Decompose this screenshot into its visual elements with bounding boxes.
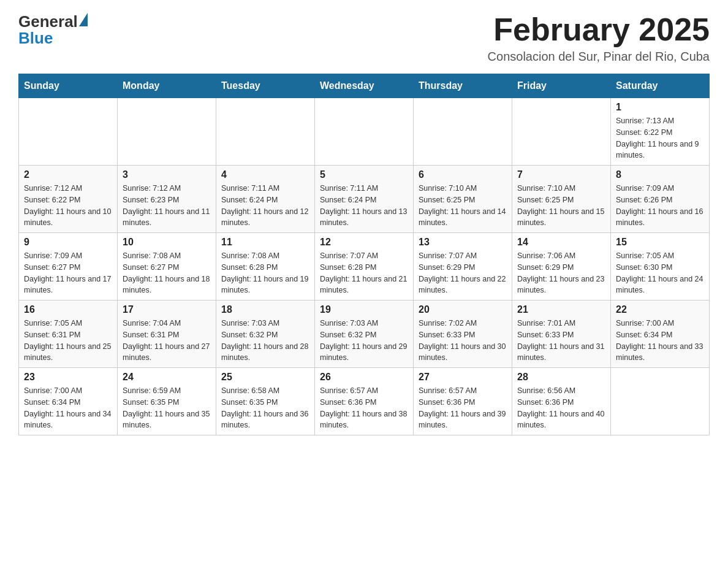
calendar-cell: [315, 98, 414, 166]
calendar-cell: 3Sunrise: 7:12 AMSunset: 6:23 PMDaylight…: [118, 166, 216, 233]
calendar-cell: 11Sunrise: 7:08 AMSunset: 6:28 PMDayligh…: [216, 233, 315, 301]
calendar-cell: 28Sunrise: 6:56 AMSunset: 6:36 PMDayligh…: [512, 368, 611, 435]
day-info: Sunrise: 7:04 AMSunset: 6:31 PMDaylight:…: [123, 318, 211, 364]
calendar-cell: 18Sunrise: 7:03 AMSunset: 6:32 PMDayligh…: [216, 301, 315, 368]
day-info: Sunrise: 7:08 AMSunset: 6:28 PMDaylight:…: [221, 250, 309, 296]
day-info: Sunrise: 7:01 AMSunset: 6:33 PMDaylight:…: [517, 318, 605, 364]
day-info: Sunrise: 7:11 AMSunset: 6:24 PMDaylight:…: [221, 183, 309, 229]
day-info: Sunrise: 7:07 AMSunset: 6:28 PMDaylight:…: [320, 250, 408, 296]
day-info: Sunrise: 7:09 AMSunset: 6:27 PMDaylight:…: [24, 250, 112, 296]
calendar-header: SundayMondayTuesdayWednesdayThursdayFrid…: [19, 74, 710, 98]
day-number: 21: [517, 304, 605, 315]
calendar-cell: [19, 98, 118, 166]
location-subtitle: Consolacion del Sur, Pinar del Rio, Cuba: [488, 50, 710, 64]
day-info: Sunrise: 7:11 AMSunset: 6:24 PMDaylight:…: [320, 183, 408, 229]
calendar-cell: 25Sunrise: 6:58 AMSunset: 6:35 PMDayligh…: [216, 368, 315, 435]
day-number: 6: [419, 169, 507, 180]
day-info: Sunrise: 7:09 AMSunset: 6:26 PMDaylight:…: [616, 183, 704, 229]
weekday-header-wednesday: Wednesday: [315, 74, 414, 98]
day-info: Sunrise: 7:12 AMSunset: 6:22 PMDaylight:…: [24, 183, 112, 229]
day-number: 5: [320, 169, 408, 180]
day-info: Sunrise: 7:05 AMSunset: 6:30 PMDaylight:…: [616, 250, 704, 296]
logo-blue-text: Blue: [18, 29, 53, 48]
day-number: 13: [419, 237, 507, 248]
weekday-header-friday: Friday: [512, 74, 611, 98]
month-title: February 2025: [488, 12, 710, 47]
calendar-body: 1Sunrise: 7:13 AMSunset: 6:22 PMDaylight…: [19, 98, 710, 435]
calendar-table: SundayMondayTuesdayWednesdayThursdayFrid…: [18, 74, 710, 435]
calendar-cell: 23Sunrise: 7:00 AMSunset: 6:34 PMDayligh…: [19, 368, 118, 435]
day-number: 17: [123, 304, 211, 315]
day-info: Sunrise: 6:57 AMSunset: 6:36 PMDaylight:…: [419, 385, 507, 431]
day-number: 28: [517, 372, 605, 383]
day-number: 18: [221, 304, 309, 315]
day-number: 15: [616, 237, 704, 248]
day-number: 8: [616, 169, 704, 180]
day-info: Sunrise: 7:07 AMSunset: 6:29 PMDaylight:…: [419, 250, 507, 296]
calendar-cell: 22Sunrise: 7:00 AMSunset: 6:34 PMDayligh…: [611, 301, 710, 368]
day-number: 27: [419, 372, 507, 383]
day-number: 20: [419, 304, 507, 315]
day-info: Sunrise: 7:12 AMSunset: 6:23 PMDaylight:…: [123, 183, 211, 229]
day-info: Sunrise: 7:00 AMSunset: 6:34 PMDaylight:…: [616, 318, 704, 364]
day-info: Sunrise: 7:10 AMSunset: 6:25 PMDaylight:…: [419, 183, 507, 229]
calendar-cell: [118, 98, 216, 166]
calendar-cell: 15Sunrise: 7:05 AMSunset: 6:30 PMDayligh…: [611, 233, 710, 301]
weekday-header-row: SundayMondayTuesdayWednesdayThursdayFrid…: [19, 74, 710, 98]
calendar-cell: 10Sunrise: 7:08 AMSunset: 6:27 PMDayligh…: [118, 233, 216, 301]
calendar-cell: 5Sunrise: 7:11 AMSunset: 6:24 PMDaylight…: [315, 166, 414, 233]
calendar-cell: [512, 98, 611, 166]
calendar-cell: 8Sunrise: 7:09 AMSunset: 6:26 PMDaylight…: [611, 166, 710, 233]
calendar-cell: 4Sunrise: 7:11 AMSunset: 6:24 PMDaylight…: [216, 166, 315, 233]
calendar-week-row: 9Sunrise: 7:09 AMSunset: 6:27 PMDaylight…: [19, 233, 710, 301]
logo: General Blue: [18, 12, 88, 48]
logo-triangle-icon: [79, 13, 88, 26]
weekday-header-tuesday: Tuesday: [216, 74, 315, 98]
day-number: 10: [123, 237, 211, 248]
calendar-cell: [414, 98, 512, 166]
day-info: Sunrise: 7:03 AMSunset: 6:32 PMDaylight:…: [320, 318, 408, 364]
day-info: Sunrise: 6:58 AMSunset: 6:35 PMDaylight:…: [221, 385, 309, 431]
calendar-cell: 12Sunrise: 7:07 AMSunset: 6:28 PMDayligh…: [315, 233, 414, 301]
calendar-cell: 16Sunrise: 7:05 AMSunset: 6:31 PMDayligh…: [19, 301, 118, 368]
calendar-cell: 21Sunrise: 7:01 AMSunset: 6:33 PMDayligh…: [512, 301, 611, 368]
calendar-week-row: 2Sunrise: 7:12 AMSunset: 6:22 PMDaylight…: [19, 166, 710, 233]
day-number: 25: [221, 372, 309, 383]
day-info: Sunrise: 7:06 AMSunset: 6:29 PMDaylight:…: [517, 250, 605, 296]
day-number: 12: [320, 237, 408, 248]
calendar-cell: 14Sunrise: 7:06 AMSunset: 6:29 PMDayligh…: [512, 233, 611, 301]
calendar-week-row: 1Sunrise: 7:13 AMSunset: 6:22 PMDaylight…: [19, 98, 710, 166]
weekday-header-saturday: Saturday: [611, 74, 710, 98]
weekday-header-monday: Monday: [118, 74, 216, 98]
calendar-cell: 20Sunrise: 7:02 AMSunset: 6:33 PMDayligh…: [414, 301, 512, 368]
day-info: Sunrise: 7:05 AMSunset: 6:31 PMDaylight:…: [24, 318, 112, 364]
day-info: Sunrise: 6:56 AMSunset: 6:36 PMDaylight:…: [517, 385, 605, 431]
day-number: 19: [320, 304, 408, 315]
calendar-cell: 19Sunrise: 7:03 AMSunset: 6:32 PMDayligh…: [315, 301, 414, 368]
calendar-cell: 1Sunrise: 7:13 AMSunset: 6:22 PMDaylight…: [611, 98, 710, 166]
day-info: Sunrise: 7:08 AMSunset: 6:27 PMDaylight:…: [123, 250, 211, 296]
day-number: 14: [517, 237, 605, 248]
day-number: 2: [24, 169, 112, 180]
day-number: 26: [320, 372, 408, 383]
day-info: Sunrise: 7:00 AMSunset: 6:34 PMDaylight:…: [24, 385, 112, 431]
day-number: 3: [123, 169, 211, 180]
calendar-cell: 6Sunrise: 7:10 AMSunset: 6:25 PMDaylight…: [414, 166, 512, 233]
day-number: 23: [24, 372, 112, 383]
day-info: Sunrise: 7:13 AMSunset: 6:22 PMDaylight:…: [616, 115, 704, 161]
calendar-week-row: 23Sunrise: 7:00 AMSunset: 6:34 PMDayligh…: [19, 368, 710, 435]
day-number: 16: [24, 304, 112, 315]
calendar-cell: 2Sunrise: 7:12 AMSunset: 6:22 PMDaylight…: [19, 166, 118, 233]
calendar-cell: 26Sunrise: 6:57 AMSunset: 6:36 PMDayligh…: [315, 368, 414, 435]
header: General Blue February 2025 Consolacion d…: [18, 12, 710, 64]
calendar-cell: 27Sunrise: 6:57 AMSunset: 6:36 PMDayligh…: [414, 368, 512, 435]
calendar-cell: 24Sunrise: 6:59 AMSunset: 6:35 PMDayligh…: [118, 368, 216, 435]
calendar-cell: [216, 98, 315, 166]
day-number: 22: [616, 304, 704, 315]
calendar-cell: 17Sunrise: 7:04 AMSunset: 6:31 PMDayligh…: [118, 301, 216, 368]
calendar-week-row: 16Sunrise: 7:05 AMSunset: 6:31 PMDayligh…: [19, 301, 710, 368]
calendar-cell: 9Sunrise: 7:09 AMSunset: 6:27 PMDaylight…: [19, 233, 118, 301]
day-number: 1: [616, 102, 704, 113]
weekday-header-thursday: Thursday: [414, 74, 512, 98]
weekday-header-sunday: Sunday: [19, 74, 118, 98]
